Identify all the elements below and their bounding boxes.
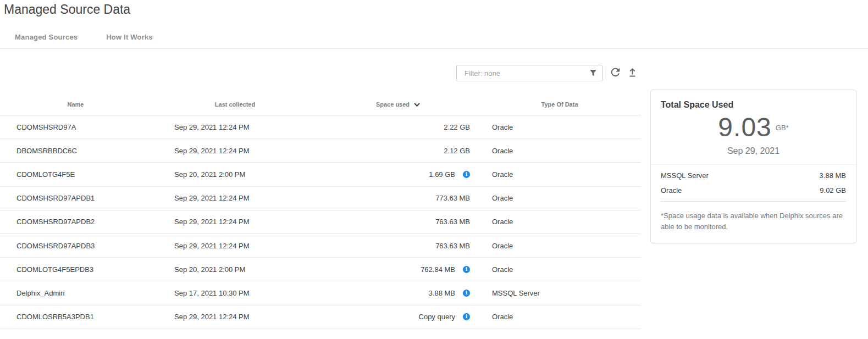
breakdown-value: 9.02 GB	[820, 186, 846, 194]
space-used-value: 762.84 MB	[421, 265, 455, 274]
last-collected-value: Sep 29, 2021 12:24 PM	[151, 218, 319, 226]
table-row[interactable]: CDOMSHSRD97A Sep 29, 2021 12:24 PM 2.22 …	[0, 115, 641, 139]
info-icon[interactable]	[463, 290, 470, 297]
managed-source-data-page: Managed Source Data Managed Sources How …	[0, 0, 868, 339]
last-collected-value: Sep 29, 2021 12:24 PM	[151, 194, 319, 202]
table-row[interactable]: CDOMSHSRD97APDB1 Sep 29, 2021 12:24 PM 7…	[0, 187, 641, 210]
breakdown-row: MSSQL Server 3.88 MB	[661, 171, 846, 180]
source-name: CDOMSHSRD97APDB3	[0, 242, 151, 250]
tab-managed-sources[interactable]: Managed Sources	[15, 33, 78, 41]
last-collected-value: Sep 29, 2021 12:24 PM	[151, 123, 319, 131]
breakdown-value: 3.88 MB	[820, 171, 846, 180]
last-collected-value: Sep 29, 2021 12:24 PM	[151, 313, 319, 321]
column-header-last-collected[interactable]: Last collected	[151, 101, 319, 108]
info-icon[interactable]	[463, 313, 470, 320]
panel-footnote: *Space usage data is available when Delp…	[661, 210, 846, 232]
page-title: Managed Source Data	[4, 2, 130, 17]
breakdown-label: Oracle	[661, 186, 682, 194]
space-used-cell: 2.12 GB	[319, 147, 478, 155]
space-used-cell: 1.69 GB	[319, 170, 478, 179]
space-used-cell: 763.63 MB	[319, 242, 478, 250]
source-name: CDOMLOTG4F5E	[0, 170, 151, 179]
column-header-type-of-data[interactable]: Type Of Data	[478, 101, 641, 108]
info-icon[interactable]	[463, 266, 470, 273]
data-type-value: Oracle	[478, 170, 641, 179]
column-header-name[interactable]: Name	[0, 101, 151, 108]
source-name: CDOMSHSRD97APDB2	[0, 218, 151, 226]
space-used-cell: 762.84 MB	[319, 265, 478, 274]
data-type-value: MSSQL Server	[478, 289, 641, 297]
managed-sources-table: Name Last collected Space used Type Of D…	[0, 94, 641, 329]
space-used-value: 2.12 GB	[444, 147, 470, 155]
data-type-value: Oracle	[478, 123, 641, 131]
space-used-value: 763.63 MB	[435, 218, 470, 226]
space-used-cell: 773.63 MB	[319, 194, 478, 202]
table-row[interactable]: CDOMLOSRB5A3PDB1 Sep 29, 2021 12:24 PM C…	[0, 305, 641, 329]
space-used-value: 1.69 GB	[429, 170, 455, 179]
table-row[interactable]: Delphix_Admin Sep 17, 2021 10:30 PM 3.88…	[0, 281, 641, 305]
sort-desc-icon[interactable]	[413, 101, 421, 109]
last-collected-value: Sep 17, 2021 10:30 PM	[151, 289, 319, 297]
source-name: CDOMLOSRB5A3PDB1	[0, 313, 151, 321]
space-used-cell: 763.63 MB	[319, 218, 478, 226]
table-row[interactable]: CDOMSHSRD97APDB2 Sep 29, 2021 12:24 PM 7…	[0, 210, 641, 234]
total-space-value: 9.03	[718, 113, 771, 142]
data-type-value: Oracle	[478, 313, 641, 321]
info-icon[interactable]	[463, 171, 470, 178]
funnel-icon[interactable]	[589, 69, 597, 77]
table-row[interactable]: CDOMLOTG4F5EPDB3 Sep 20, 2021 2:00 PM 76…	[0, 258, 641, 281]
table-header-row: Name Last collected Space used Type Of D…	[0, 94, 641, 115]
last-collected-value: Sep 29, 2021 12:24 PM	[151, 242, 319, 250]
panel-divider	[661, 201, 846, 202]
panel-title: Total Space Used	[661, 100, 846, 110]
data-type-value: Oracle	[478, 194, 641, 202]
breakdown-label: MSSQL Server	[661, 171, 709, 180]
breakdown-row: Oracle 9.02 GB	[661, 186, 846, 194]
as-of-date: Sep 29, 2021	[651, 146, 856, 156]
upload-button[interactable]	[627, 66, 638, 78]
column-header-space-used[interactable]: Space used	[319, 101, 478, 109]
last-collected-value: Sep 29, 2021 12:24 PM	[151, 147, 319, 155]
space-used-value: 2.22 GB	[444, 123, 470, 131]
table-row[interactable]: DBOMSRBBDC6C Sep 29, 2021 12:24 PM 2.12 …	[0, 139, 641, 163]
upload-icon	[627, 66, 638, 78]
space-used-value: 3.88 MB	[429, 289, 455, 297]
source-name: CDOMSHSRD97APDB1	[0, 194, 151, 202]
space-breakdown-list: MSSQL Server 3.88 MB Oracle 9.02 GB	[651, 164, 856, 194]
space-used-cell: 3.88 MB	[319, 289, 478, 297]
source-name: CDOMSHSRD97A	[0, 123, 151, 131]
space-used-cell: 2.22 GB	[319, 123, 478, 131]
source-name: DBOMSRBBDC6C	[0, 147, 151, 155]
source-name: Delphix_Admin	[0, 289, 151, 297]
space-used-cell: Copy query	[319, 313, 478, 321]
data-type-value: Oracle	[478, 242, 641, 250]
data-type-value: Oracle	[478, 147, 641, 155]
space-used-value: 763.63 MB	[435, 242, 470, 250]
table-body: CDOMSHSRD97A Sep 29, 2021 12:24 PM 2.22 …	[0, 115, 641, 329]
last-collected-value: Sep 20, 2021 2:00 PM	[151, 170, 319, 179]
tab-how-it-works[interactable]: How It Works	[106, 33, 153, 41]
filter-input[interactable]	[456, 65, 603, 81]
total-space-used-panel: Total Space Used 9.03GB* Sep 29, 2021 MS…	[650, 90, 856, 243]
table-row[interactable]: CDOMSHSRD97APDB3 Sep 29, 2021 12:24 PM 7…	[0, 234, 641, 258]
space-used-value: Copy query	[419, 313, 455, 321]
refresh-icon	[609, 66, 622, 79]
last-collected-value: Sep 20, 2021 2:00 PM	[151, 265, 319, 274]
total-space-value-group: 9.03GB*	[651, 112, 856, 142]
column-header-space-used-label: Space used	[376, 101, 410, 108]
source-name: CDOMLOTG4F5EPDB3	[0, 265, 151, 274]
table-row[interactable]: CDOMLOTG4F5E Sep 20, 2021 2:00 PM 1.69 G…	[0, 163, 641, 186]
data-type-value: Oracle	[478, 265, 641, 274]
space-used-value: 773.63 MB	[435, 194, 470, 202]
refresh-button[interactable]	[609, 66, 622, 79]
tab-bar: Managed Sources How It Works	[15, 33, 153, 41]
filter-box	[456, 65, 603, 81]
data-type-value: Oracle	[478, 218, 641, 226]
tabbar-divider	[0, 48, 868, 49]
total-space-unit: GB*	[776, 124, 789, 132]
